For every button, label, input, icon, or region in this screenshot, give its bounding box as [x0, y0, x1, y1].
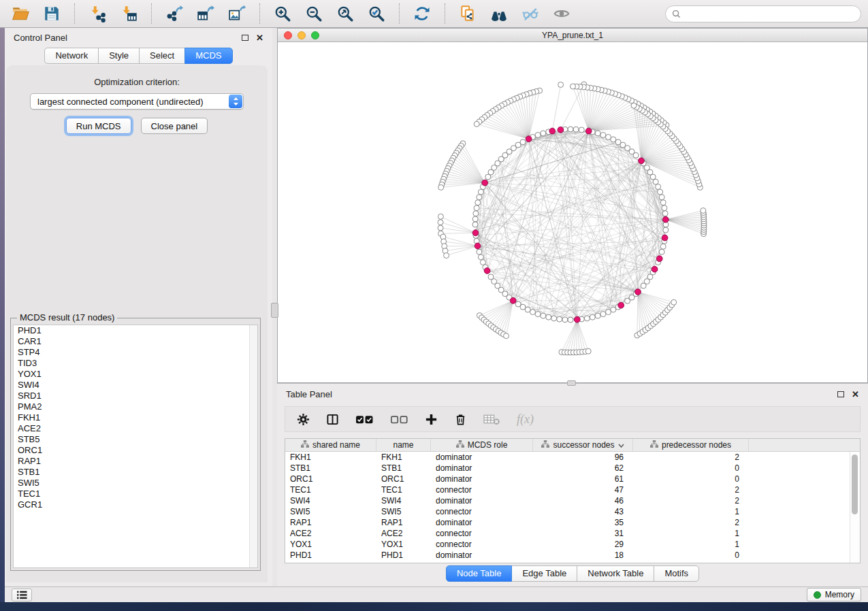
cell-predecessor-nodes[interactable]: 1 [633, 539, 749, 550]
hide-details-button[interactable] [517, 2, 544, 25]
network-node[interactable] [568, 127, 573, 132]
cell-shared-name[interactable]: SWI5 [285, 506, 376, 517]
mcds-result-item[interactable]: GCR1 [14, 499, 257, 510]
cell-shared-name[interactable]: ORC1 [285, 474, 376, 484]
criterion-dropdown[interactable]: largest connected component (undirected) [30, 93, 244, 110]
cell-name[interactable]: ORC1 [376, 474, 431, 484]
mcds-hub-node[interactable] [574, 316, 580, 323]
table-settings-button[interactable] [297, 413, 310, 426]
cell-predecessor-nodes[interactable]: 0 [633, 463, 749, 474]
splitter-handle[interactable] [271, 303, 278, 318]
mcds-result-item[interactable]: STB1 [14, 467, 257, 478]
mcds-hub-node[interactable] [558, 127, 564, 133]
cell-shared-name[interactable]: TEC1 [285, 484, 376, 495]
mcds-result-item[interactable]: SWI5 [14, 478, 257, 489]
mcds-hub-node[interactable] [635, 289, 641, 295]
mcds-hub-node[interactable] [639, 158, 645, 164]
horizontal-splitter-handle[interactable] [567, 380, 576, 386]
network-node[interactable] [653, 179, 658, 184]
cell-predecessor-nodes[interactable]: 0 [633, 550, 749, 561]
mcds-hub-node[interactable] [656, 256, 662, 262]
mcds-result-item[interactable]: YOX1 [14, 369, 257, 380]
cell-mcds-role[interactable]: dominator [431, 452, 533, 463]
delete-column-button[interactable] [454, 413, 467, 426]
leaf-node[interactable] [438, 225, 443, 231]
network-node[interactable] [472, 222, 478, 227]
cell-name[interactable]: YOX1 [376, 539, 431, 550]
import-network-button[interactable] [84, 2, 111, 25]
cell-shared-name[interactable]: ACE2 [285, 528, 376, 539]
column-header-predecessor-nodes[interactable]: predecessor nodes [633, 439, 749, 451]
network-node[interactable] [584, 316, 590, 321]
leaf-node[interactable] [701, 208, 706, 214]
leaf-node[interactable] [504, 333, 509, 339]
table-row[interactable]: STB1STB1dominator620 [285, 463, 860, 474]
network-node[interactable] [568, 317, 573, 323]
table-row[interactable]: FKH1FKH1dominator962 [285, 452, 860, 463]
tab-mcds[interactable]: MCDS [184, 48, 232, 64]
network-node[interactable] [525, 307, 530, 312]
cell-predecessor-nodes[interactable]: 2 [633, 495, 749, 506]
mcds-result-item[interactable]: ORC1 [14, 445, 257, 456]
network-node[interactable] [659, 249, 664, 254]
network-node[interactable] [579, 127, 584, 133]
network-node[interactable] [557, 316, 562, 322]
export-table-button[interactable] [192, 2, 219, 25]
network-canvas[interactable] [278, 42, 867, 382]
network-node[interactable] [474, 205, 479, 211]
network-node[interactable] [541, 131, 546, 136]
network-node[interactable] [477, 195, 482, 200]
network-node[interactable] [478, 189, 483, 195]
memory-button[interactable]: Memory [807, 588, 861, 601]
import-table-button[interactable] [115, 2, 142, 25]
mcds-hub-node[interactable] [549, 128, 556, 134]
cell-mcds-role[interactable]: connector [431, 528, 533, 539]
cell-successor-nodes[interactable]: 43 [533, 506, 633, 517]
search-input[interactable] [684, 9, 854, 18]
delete-table-button[interactable] [483, 414, 500, 425]
network-node[interactable] [541, 313, 546, 318]
leaf-node[interactable] [438, 220, 443, 225]
leaf-node[interactable] [585, 348, 591, 354]
network-node[interactable] [595, 313, 600, 318]
cell-shared-name[interactable]: YOX1 [285, 539, 376, 550]
tab-select[interactable]: Select [139, 48, 185, 64]
mcds-hub-node[interactable] [482, 180, 488, 186]
cell-predecessor-nodes[interactable]: 2 [633, 452, 749, 463]
mcds-result-item[interactable]: SRD1 [14, 391, 257, 401]
leaf-node[interactable] [438, 214, 443, 219]
zoom-in-button[interactable] [269, 2, 296, 25]
column-header-shared-name[interactable]: shared name [285, 439, 376, 451]
network-node[interactable] [663, 227, 669, 233]
tab-edge-table[interactable]: Edge Table [511, 565, 577, 582]
tab-node-table[interactable]: Node Table [446, 565, 513, 582]
close-panel-icon[interactable]: ✕ [256, 33, 263, 42]
mcds-hub-node[interactable] [475, 243, 481, 249]
export-network-button[interactable] [161, 2, 188, 25]
vertical-splitter[interactable] [272, 28, 277, 587]
task-history-button[interactable] [12, 589, 32, 601]
network-node[interactable] [611, 307, 616, 312]
cell-predecessor-nodes[interactable]: 2 [633, 517, 749, 528]
mcds-hub-node[interactable] [472, 230, 479, 236]
add-column-button[interactable] [425, 413, 438, 426]
network-node[interactable] [606, 310, 611, 315]
network-node[interactable] [590, 314, 595, 320]
network-node[interactable] [659, 195, 664, 200]
table-row[interactable]: SWI4SWI4dominator462 [285, 495, 860, 506]
close-table-panel-icon[interactable]: ✕ [852, 390, 859, 399]
cell-name[interactable]: STB1 [376, 463, 431, 474]
cell-name[interactable]: RAP1 [376, 517, 431, 528]
cell-mcds-role[interactable]: dominator [431, 463, 533, 474]
cell-successor-nodes[interactable]: 47 [533, 484, 633, 495]
mcds-result-item[interactable]: RAP1 [14, 456, 257, 467]
zoom-fit-button[interactable] [332, 2, 359, 25]
function-builder-button[interactable]: f(x) [517, 412, 534, 427]
cell-mcds-role[interactable]: connector [431, 506, 533, 517]
leaf-node[interactable] [631, 103, 637, 108]
tab-style[interactable]: Style [98, 48, 140, 64]
network-node[interactable] [475, 200, 481, 205]
network-node[interactable] [611, 137, 616, 142]
mcds-hub-node[interactable] [662, 216, 669, 222]
mcds-hub-node[interactable] [652, 266, 658, 272]
